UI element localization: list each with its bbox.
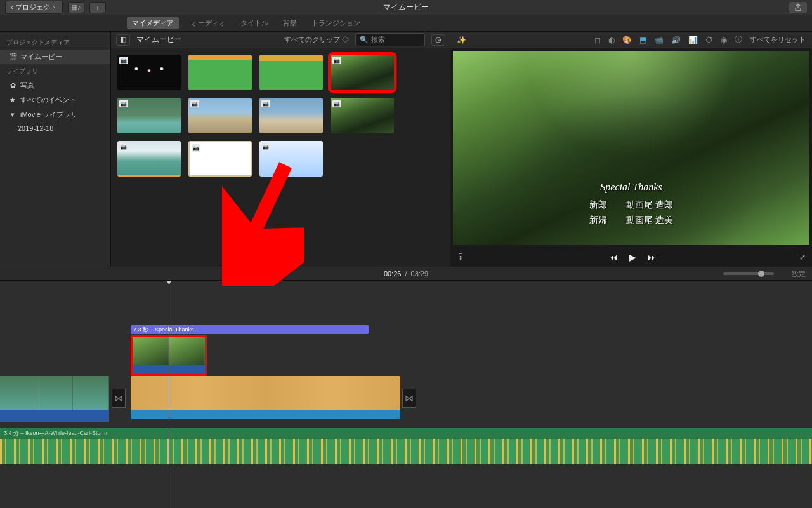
timeline-header: 00:26 / 03:29 設定 [0,267,812,281]
titlebar: ‹ プロジェクト ▦♪ ↓ マイムービー [0,0,812,15]
clip-thumb[interactable] [188,55,252,90]
info-icon[interactable]: ⓘ [735,34,742,45]
enhance-icon[interactable]: ✨ [457,36,466,44]
clip-thumb[interactable]: 📷 [117,55,181,90]
color-balance-icon[interactable]: ◻ [594,36,601,44]
timeline-settings[interactable]: 設定 [792,269,806,279]
breadcrumb: マイムービー [136,34,182,45]
camera-icon: 📷 [332,100,341,107]
clip-thumb[interactable]: 📷 [188,98,252,133]
color-wheel-icon[interactable]: 🎨 [622,36,632,44]
media-browser: ◧ マイムービー すべてのクリップ ◇ 🔍検索 ◶ 📷 📷 📷 📷 📷 📷 📷 … [111,32,450,267]
crop-icon[interactable]: ⬒ [639,36,646,44]
clip-thumb[interactable]: 📷 [117,141,181,177]
stabilize-icon[interactable]: 📹 [654,36,664,44]
play-button[interactable]: ▶ [629,252,636,262]
sidebar-item-date[interactable]: 2019-12-18 [0,122,110,135]
clapper-icon: 🎬 [9,53,16,61]
media-tabs: マイメディア オーディオ タイトル 背景 トランジション [0,15,812,32]
search-icon: 🔍 [360,36,369,44]
chevron-down-icon: ▾ [9,110,16,119]
timeline[interactable]: 7.3 秒 – Special Thanks... ⋈ ⋈ 3.4 分 – Ik… [0,281,812,508]
view-options-button[interactable]: ◶ [431,34,445,46]
tab-my-media[interactable]: マイメディア [127,17,179,29]
voiceover-button[interactable]: 🎙 [457,252,466,262]
camera-icon: 📷 [332,57,341,64]
clip-thumb[interactable]: 📷 [188,141,252,177]
main-video-track: ⋈ ⋈ [0,376,812,422]
title-overlay: Special Thanks 新郎動画尾 造郎 新婦動画尾 造美 [589,182,673,226]
camera-icon: 📷 [119,100,128,107]
sidebar-item-mymovie[interactable]: 🎬マイムービー [0,50,110,64]
reset-all-button[interactable]: すべてをリセット [750,35,806,44]
transition[interactable]: ⋈ [112,389,126,408]
prev-button[interactable]: ⏮ [609,252,618,262]
next-button[interactable]: ⏭ [648,252,657,262]
camera-icon: 📷 [261,100,270,107]
import-button[interactable]: ↓ [89,2,106,13]
tab-audio[interactable]: オーディオ [188,18,228,28]
clip-thumb[interactable]: 📷 [331,98,394,133]
window-title: マイムービー [383,2,429,13]
camera-icon: 📷 [192,144,200,152]
clip-thumb-selected[interactable]: 📷 [331,55,394,90]
sidebar-item-library[interactable]: ▾iMovie ライブラリ [0,107,110,122]
video-clip[interactable] [0,376,109,422]
audio-track: 3.4 分 – Ikson---A-While-feat.-Carl-Storm [0,428,812,464]
photos-icon: ✿ [9,81,16,90]
back-button[interactable]: ‹ プロジェクト [5,1,63,14]
clip-thumb[interactable] [259,55,323,90]
tab-transitions[interactable]: トランジション [309,18,363,28]
star-icon: ★ [9,96,16,104]
sidebar-header-library: ライブラリ [0,64,110,78]
video-clip[interactable] [131,376,400,410]
audio-clip-label[interactable]: 3.4 分 – Ikson---A-While-feat.-Carl-Storm [0,428,812,439]
audio-clip[interactable] [0,439,812,464]
transition[interactable]: ⋈ [402,389,416,408]
camera-icon: 📷 [119,57,128,64]
tab-titles[interactable]: タイトル [238,18,271,28]
share-button[interactable] [789,2,807,13]
preview-canvas[interactable]: Special Thanks 新郎動画尾 造郎 新婦動画尾 造美 [453,51,809,245]
title-clip[interactable]: 7.3 秒 – Special Thanks... [131,325,369,334]
playhead[interactable] [169,281,169,508]
sidebar-header-project: プロジェクトメディア [0,36,110,50]
preview-panel: ✨ ◻ ◐ 🎨 ⬒ 📹 🔊 📊 ⏱ ◉ ⓘ すべてをリセット Special T… [450,32,812,267]
tab-backgrounds[interactable]: 背景 [280,18,299,28]
sidebar-item-photos[interactable]: ✿写真 [0,78,110,93]
camera-icon: 📷 [119,143,128,150]
library-view-button[interactable]: ▦♪ [68,2,84,13]
camera-icon: 📷 [261,143,270,150]
color-correction-icon[interactable]: ◐ [608,36,615,44]
clip-thumb[interactable]: 📷 [259,98,323,133]
filter-icon[interactable]: ◉ [721,36,727,44]
sidebar-toggle-button[interactable]: ◧ [116,34,130,46]
search-input[interactable]: 🔍検索 [355,33,425,46]
current-time: 00:26 [384,270,402,277]
speed-icon[interactable]: ⏱ [705,36,713,44]
sidebar: プロジェクトメディア 🎬マイムービー ライブラリ ✿写真 ★すべてのイベント ▾… [0,32,111,267]
clip-filter[interactable]: すべてのクリップ ◇ [284,35,349,44]
zoom-slider[interactable] [723,272,774,275]
camera-icon: 📷 [190,100,199,107]
sidebar-item-all-events[interactable]: ★すべてのイベント [0,93,110,107]
clip-thumb[interactable]: 📷 [259,141,323,177]
volume-icon[interactable]: 🔊 [671,36,681,44]
clip-thumb[interactable]: 📷 [117,98,181,133]
noise-icon[interactable]: 📊 [688,36,698,44]
duration: 03:29 [411,270,429,277]
fullscreen-button[interactable]: ⤢ [799,253,806,262]
